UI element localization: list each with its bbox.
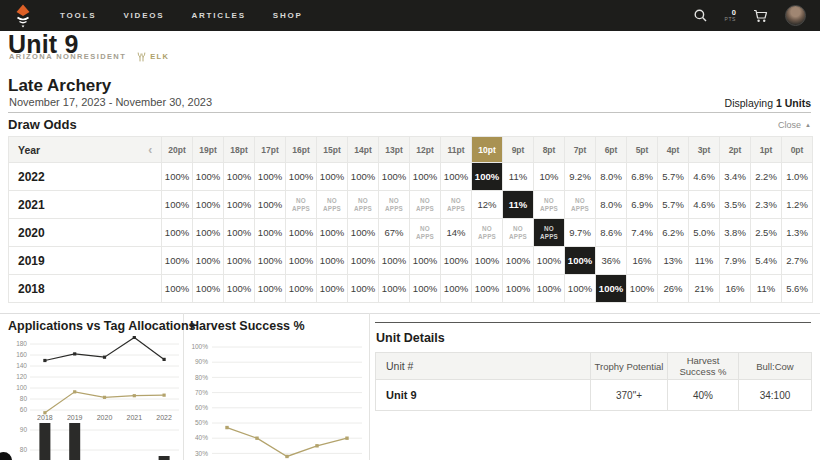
- odds-cell: 3.4%: [720, 163, 751, 191]
- odds-cell: 100%: [441, 275, 472, 303]
- odds-cell: 100%: [379, 247, 410, 275]
- odds-cell: 100%: [224, 275, 255, 303]
- odds-cell: 16%: [720, 275, 751, 303]
- odds-cell: 6.9%: [627, 191, 658, 219]
- nav-link-videos[interactable]: VIDEOS: [123, 11, 164, 20]
- odds-cell: 11%: [689, 247, 720, 275]
- svg-text:30%: 30%: [195, 450, 208, 457]
- odds-cell: 5.7%: [658, 163, 689, 191]
- svg-text:140: 140: [16, 362, 27, 369]
- odds-cell: 11%: [503, 163, 534, 191]
- svg-text:60: 60: [20, 406, 28, 413]
- odds-cell: 100%: [255, 275, 286, 303]
- odds-cell: 100%: [379, 163, 410, 191]
- odds-cell: 2.5%: [751, 219, 782, 247]
- odds-cell: 8.0%: [596, 163, 627, 191]
- odds-cell: 11%: [503, 191, 534, 219]
- hunt-title: Late Archery: [8, 76, 111, 96]
- svg-text:90%: 90%: [195, 358, 208, 365]
- svg-text:80%: 80%: [195, 374, 208, 381]
- odds-cell: 100%: [317, 275, 348, 303]
- year-cell: 2021: [9, 191, 162, 219]
- odds-cell: 100%: [596, 275, 627, 303]
- odds-cell: 100%: [472, 275, 503, 303]
- odds-cell: 100%: [193, 247, 224, 275]
- odds-cell: 100%: [224, 247, 255, 275]
- odds-cell: 100%: [193, 163, 224, 191]
- column-divider: [369, 313, 370, 460]
- brand-logo-icon[interactable]: [14, 4, 32, 28]
- displaying-value: 1 Units: [776, 97, 811, 109]
- trophy-potential-cell: 370"+: [591, 380, 668, 411]
- harvest-success-cell: 40%: [668, 380, 739, 411]
- svg-text:120: 120: [16, 373, 27, 380]
- nav-links: TOOLS VIDEOS ARTICLES SHOP: [60, 11, 303, 20]
- odds-row-2018: 2018100%100%100%100%100%100%100%100%100%…: [9, 275, 813, 303]
- odds-cell: 100%: [503, 275, 534, 303]
- prev-years-icon[interactable]: ‹: [148, 144, 152, 156]
- odds-cell: 3.5%: [720, 191, 751, 219]
- odds-cell: 5.4%: [751, 247, 782, 275]
- odds-cell: 100%: [565, 247, 596, 275]
- odds-cell: 1.2%: [782, 191, 813, 219]
- hunt-dates: November 17, 2023 - November 30, 2023: [9, 96, 212, 108]
- odds-cell: 100%: [162, 163, 193, 191]
- odds-cell: 100%: [534, 275, 565, 303]
- odds-cell: 100%: [317, 163, 348, 191]
- odds-cell: 100%: [472, 247, 503, 275]
- odds-cell: 5.7%: [658, 191, 689, 219]
- nav-link-shop[interactable]: SHOP: [273, 11, 303, 20]
- odds-cell: 100%: [162, 275, 193, 303]
- details-header-row: Unit # Trophy Potential Harvest Success …: [376, 353, 812, 380]
- odds-cell: 100%: [472, 163, 503, 191]
- svg-text:2022: 2022: [156, 414, 172, 421]
- unit-details-section: Unit Details Unit # Trophy Potential Har…: [375, 322, 811, 411]
- svg-text:180: 180: [16, 340, 27, 347]
- draw-odds-table: Year‹›20pt19pt18pt17pt16pt15pt14pt13pt12…: [8, 136, 813, 303]
- odds-col-header-6pt: 6pt: [596, 137, 627, 163]
- odds-col-header-1pt: 1pt: [751, 137, 782, 163]
- unit-name-cell[interactable]: Unit 9: [376, 380, 591, 411]
- points-indicator[interactable]: 0 PTS: [724, 9, 736, 23]
- odds-cell: 100%: [348, 247, 379, 275]
- odds-cell: 21%: [689, 275, 720, 303]
- year-cell: 2018: [9, 275, 162, 303]
- col-header-harvest: Harvest Success %: [668, 353, 739, 380]
- odds-cell: 100%: [317, 219, 348, 247]
- odds-col-header-14pt: 14pt: [348, 137, 379, 163]
- svg-text:60%: 60%: [195, 404, 208, 411]
- odds-col-header-2pt: 2pt: [720, 137, 751, 163]
- odds-cell: 1.3%: [782, 219, 813, 247]
- unit-details-title: Unit Details: [376, 331, 811, 345]
- odds-cell: 26%: [658, 275, 689, 303]
- unit-details-row[interactable]: Unit 9 370"+ 40% 34:100: [376, 380, 812, 411]
- close-draw-odds-button[interactable]: Close ▲: [778, 120, 811, 130]
- odds-col-header-9pt: 9pt: [503, 137, 534, 163]
- elk-antler-icon: [136, 51, 147, 62]
- odds-col-header-5pt: 5pt: [627, 137, 658, 163]
- svg-text:100: 100: [16, 384, 27, 391]
- nav-link-tools[interactable]: TOOLS: [60, 11, 96, 20]
- svg-text:160: 160: [16, 351, 27, 358]
- odds-cell: 100%: [379, 275, 410, 303]
- col-header-bullcow: Bull:Cow: [739, 353, 812, 380]
- search-icon[interactable]: [694, 9, 707, 22]
- odds-cell: 16%: [627, 247, 658, 275]
- nav-link-articles[interactable]: ARTICLES: [191, 11, 245, 20]
- species-badge: ELK: [136, 51, 169, 62]
- year-cell: 2020: [9, 219, 162, 247]
- svg-text:2018: 2018: [37, 414, 53, 421]
- odds-col-header-11pt: 11pt: [441, 137, 472, 163]
- cart-icon[interactable]: [753, 9, 768, 23]
- collapse-caret-icon: ▲: [805, 122, 811, 128]
- user-avatar[interactable]: [785, 5, 806, 26]
- odds-cell: 100%: [193, 219, 224, 247]
- odds-cell: 4.6%: [689, 163, 720, 191]
- odds-cell: 8.0%: [596, 191, 627, 219]
- col-header-trophy: Trophy Potential: [591, 353, 668, 380]
- unit-details-table: Unit # Trophy Potential Harvest Success …: [375, 352, 812, 411]
- svg-text:80: 80: [20, 446, 28, 453]
- odds-cell: 100%: [410, 163, 441, 191]
- odds-cell: 100%: [503, 247, 534, 275]
- odds-cell: 100%: [255, 219, 286, 247]
